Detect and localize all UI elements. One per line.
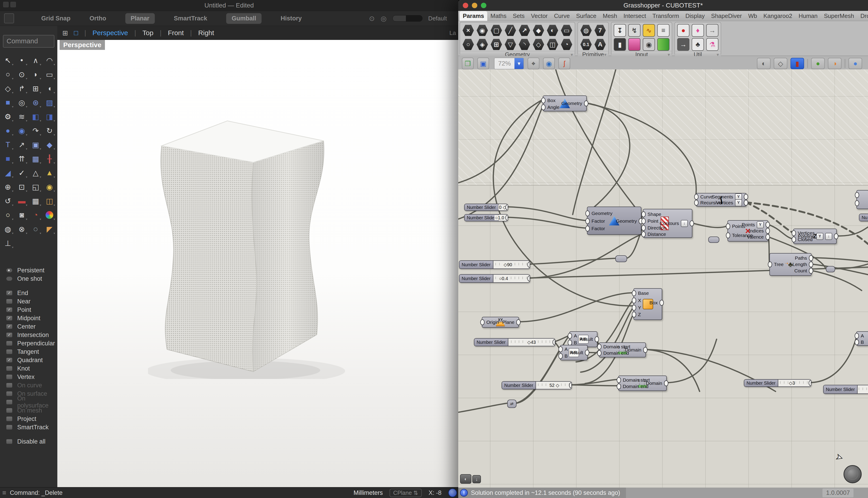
vector-param-icon[interactable]: ↗ — [518, 25, 530, 36]
input-port-shape[interactable]: Shape — [643, 211, 661, 218]
slider-handle[interactable]: ◇90 — [503, 262, 513, 267]
mesh-preview-icon[interactable]: ◑ — [828, 58, 841, 69]
wire[interactable] — [508, 207, 587, 221]
tool-flyout-arrow-icon[interactable]: ▾ — [40, 119, 41, 122]
filter-icon[interactable]: ◎ — [380, 14, 386, 23]
zoom-icon[interactable]: ⊕▾ — [1, 180, 15, 194]
fillet-icon[interactable]: ↱▾ — [15, 82, 29, 95]
wire[interactable] — [556, 69, 637, 210]
sphere-grid-icon[interactable]: ⊗▾ — [15, 222, 29, 236]
zoom-control[interactable]: 72% ▾ — [494, 57, 524, 69]
port-nub[interactable] — [585, 226, 590, 232]
checkbox-icon[interactable]: ✓ — [6, 358, 12, 363]
slider-slider-clipped[interactable]: Number Slider — [823, 385, 868, 394]
move-icon[interactable]: ↗▾ — [15, 138, 29, 152]
osnap-check-smarttrack[interactable]: SmartTrack — [6, 423, 57, 431]
tool-flyout-arrow-icon[interactable]: ▾ — [12, 119, 14, 122]
sphere-glass-icon[interactable]: ◌▾ — [29, 222, 43, 236]
tool-flyout-arrow-icon[interactable]: ▾ — [40, 63, 41, 66]
tool-flyout-arrow-icon[interactable]: ▾ — [12, 218, 14, 221]
toolbar-item-grid-snap[interactable]: Grid Snap — [41, 15, 70, 22]
tool-flyout-arrow-icon[interactable]: ▾ — [12, 175, 14, 179]
block-icon[interactable]: ▣▾ — [29, 138, 43, 152]
point-icon[interactable]: •▾ — [15, 53, 29, 67]
knob-icon[interactable]: ◉ — [643, 38, 655, 51]
light-icon[interactable]: ○▾ — [1, 208, 15, 222]
output-port-geometry[interactable]: Geometry — [616, 218, 641, 224]
gumball-slider[interactable] — [393, 15, 422, 22]
freeform-curve-icon[interactable]: ◠▾ — [43, 53, 56, 67]
named-view-car-icon[interactable]: ▬▾ — [15, 194, 29, 208]
osnap-check-midpoint[interactable]: ✓Midpoint — [6, 314, 57, 322]
graph-mapper-icon[interactable]: ↯ — [628, 24, 640, 37]
tool-flyout-arrow-icon[interactable]: ▾ — [26, 105, 27, 108]
menu-tab-curve[interactable]: Curve — [551, 11, 573, 21]
arc-continue-icon[interactable]: ↻▾ — [43, 124, 56, 137]
wire[interactable] — [529, 258, 615, 264]
port-nub[interactable] — [855, 339, 859, 345]
radio-icon[interactable] — [6, 277, 12, 281]
input-port-a[interactable]: A — [570, 332, 577, 339]
checkbox-icon[interactable] — [6, 299, 12, 304]
menu-tab-mesh[interactable]: Mesh — [600, 11, 621, 21]
output-port-length[interactable]: Length — [792, 261, 811, 268]
tool-flyout-arrow-icon[interactable]: ▾ — [12, 232, 14, 235]
osnap-check-intersection[interactable]: ✓Intersection — [6, 331, 57, 339]
port-nub[interactable] — [480, 319, 485, 325]
checkbox-icon[interactable]: ✓ — [6, 316, 12, 320]
menu-tab-human[interactable]: Human — [796, 11, 821, 21]
node-domain-a[interactable]: 0 1↓ ↓Domain startDomain endDomain — [599, 342, 646, 357]
input-port-angle[interactable]: Angle — [543, 104, 559, 111]
tool-flyout-arrow-icon[interactable]: ▾ — [54, 63, 55, 66]
wire[interactable] — [458, 403, 507, 412]
port-nub[interactable] — [641, 231, 646, 237]
canvas-compass-widget[interactable] — [843, 465, 862, 483]
relay-2[interactable] — [708, 237, 719, 243]
single-view-icon[interactable]: □ — [74, 29, 78, 37]
preview-off-icon[interactable]: ◐ — [757, 58, 771, 69]
grasshopper-canvas[interactable]: BoxAngleGeometryGeometryFactorFactorGeom… — [458, 69, 868, 488]
panel-icon[interactable]: ≡ — [657, 24, 669, 37]
menu-tab-shapediver[interactable]: ShapeDiver — [708, 11, 745, 21]
primitives-icon[interactable]: △▾ — [29, 166, 43, 180]
menu-tab-display[interactable]: Display — [682, 11, 708, 21]
cplane-dropdown[interactable]: CPlane ⇅ — [390, 489, 422, 497]
checkbox-icon[interactable] — [6, 366, 12, 371]
cherry-picker-icon[interactable]: ● — [677, 24, 689, 37]
check-icon[interactable]: ✓▾ — [15, 166, 29, 180]
input-port-domain-end[interactable]: Domain end — [599, 350, 629, 356]
flask-icon[interactable]: ⚗ — [706, 38, 718, 51]
menu-tab-droid[interactable]: Droid — [857, 11, 868, 21]
tool-flyout-arrow-icon[interactable]: ▾ — [40, 189, 41, 193]
port-nub[interactable] — [597, 344, 601, 350]
balls-icon[interactable]: ◉▾ — [15, 124, 29, 137]
input-port-distance[interactable]: Distance — [643, 231, 666, 238]
port-nub[interactable] — [744, 200, 748, 206]
osnap-check-quadrant[interactable]: ✓Quadrant — [6, 356, 57, 364]
checkbox-icon[interactable] — [6, 350, 12, 354]
tool-flyout-arrow-icon[interactable]: ▾ — [54, 77, 55, 80]
input-port-box[interactable]: Box — [543, 97, 555, 104]
slider-track[interactable]: ○0.4 — [493, 275, 530, 282]
port-nub[interactable] — [726, 223, 730, 229]
tool-flyout-arrow-icon[interactable]: ▾ — [12, 246, 14, 249]
box-param-icon[interactable]: ▢ — [490, 25, 502, 36]
slider-track[interactable]: 52 ◇ — [536, 382, 571, 389]
units-label[interactable]: Millimeters — [354, 489, 383, 496]
output-port-domain[interactable]: Domain — [625, 346, 646, 353]
tool-flyout-arrow-icon[interactable]: ▾ — [26, 175, 27, 179]
port-nub[interactable] — [541, 97, 545, 103]
port-nub[interactable] — [558, 346, 563, 352]
arc-blend-icon[interactable]: ↷▾ — [29, 124, 43, 137]
port-nub[interactable] — [765, 228, 770, 234]
port-nub[interactable] — [855, 200, 859, 206]
tool-flyout-arrow-icon[interactable]: ▾ — [12, 105, 14, 108]
relay-arrow-icon[interactable]: → — [706, 24, 718, 37]
tool-flyout-arrow-icon[interactable]: ▾ — [12, 147, 14, 150]
input-port-point[interactable]: Point — [643, 218, 659, 224]
box-icon[interactable]: ■▾ — [1, 96, 15, 109]
wire[interactable] — [518, 293, 634, 322]
grasshopper-titlebar[interactable]: Grasshopper - CUBOTEST* — [458, 0, 868, 11]
output-port-result[interactable]: Result — [579, 336, 597, 343]
checkbox-icon[interactable] — [6, 425, 12, 430]
